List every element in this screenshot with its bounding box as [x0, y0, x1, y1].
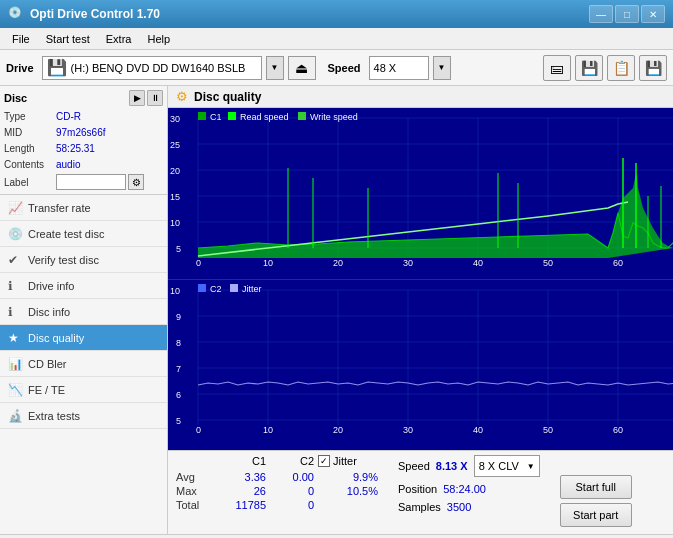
total-jitter — [318, 499, 378, 511]
position-row: Position 58:24.00 — [398, 483, 540, 495]
verify-test-disc-icon: ✔ — [8, 253, 22, 267]
chart1: 30 25 20 15 10 5 0 10 20 30 40 50 60 70 … — [168, 108, 673, 280]
svg-text:Read speed: Read speed — [240, 112, 289, 122]
close-button[interactable]: ✕ — [641, 5, 665, 23]
svg-text:C1: C1 — [210, 112, 222, 122]
sidebar-item-disc-info[interactable]: ℹDisc info — [0, 299, 167, 325]
max-label: Max — [176, 485, 212, 497]
svg-text:7: 7 — [176, 364, 181, 374]
drive-info-icon: ℹ — [8, 279, 22, 293]
avg-c2: 0.00 — [270, 471, 314, 483]
toolbar-btn-save[interactable]: 💾 — [639, 55, 667, 81]
col-c1-header: C1 — [216, 455, 266, 467]
svg-text:Write speed: Write speed — [310, 112, 358, 122]
jitter-checkbox-row[interactable]: ✓ Jitter — [318, 455, 357, 467]
jitter-label: Jitter — [333, 455, 357, 467]
svg-text:10: 10 — [170, 286, 180, 296]
cd-bler-label: CD Bler — [28, 358, 67, 370]
svg-text:8: 8 — [176, 338, 181, 348]
samples-row: Samples 3500 — [398, 501, 540, 513]
svg-text:25: 25 — [170, 140, 180, 150]
col-c2-header: C2 — [270, 455, 314, 467]
speed-value: 48 X — [374, 62, 397, 74]
speed-select[interactable]: 48 X — [369, 56, 429, 80]
chart2-svg: 10 9 8 7 6 20% 16% 12% 8% 4% 0 10 20 30 — [168, 280, 673, 435]
contents-label: Contents — [4, 158, 56, 172]
disc-icon-btn-2[interactable]: ⏸ — [147, 90, 163, 106]
sidebar-item-fe-te[interactable]: 📉FE / TE — [0, 377, 167, 403]
menu-start-test[interactable]: Start test — [38, 31, 98, 47]
speed-position-info: Speed 8.13 X 8 X CLV ▼ Position 58:24.00… — [398, 455, 540, 513]
speed-mode-select[interactable]: 8 X CLV ▼ — [474, 455, 540, 477]
start-full-button[interactable]: Start full — [560, 475, 632, 499]
drive-dropdown-button[interactable]: ▼ — [266, 56, 284, 80]
stats-controls: C1 C2 ✓ Jitter Avg 3.36 0.00 9.9% Max 26 — [168, 450, 673, 534]
minimize-button[interactable]: — — [589, 5, 613, 23]
sidebar-item-verify-test-disc[interactable]: ✔Verify test disc — [0, 247, 167, 273]
extra-tests-label: Extra tests — [28, 410, 80, 422]
maximize-button[interactable]: □ — [615, 5, 639, 23]
speed-mode-value: 8 X CLV — [479, 460, 519, 472]
svg-text:5: 5 — [176, 416, 181, 426]
label-action-btn[interactable]: ⚙ — [128, 174, 144, 190]
disc-quality-icon: ★ — [8, 331, 22, 345]
fe-te-icon: 📉 — [8, 383, 22, 397]
disc-info-icon: ℹ — [8, 305, 22, 319]
svg-text:15: 15 — [170, 192, 180, 202]
sidebar-item-create-test-disc[interactable]: 💿Create test disc — [0, 221, 167, 247]
sidebar-item-extra-tests[interactable]: 🔬Extra tests — [0, 403, 167, 429]
fe-te-label: FE / TE — [28, 384, 65, 396]
mid-value: 97m26s66f — [56, 126, 105, 140]
svg-text:20: 20 — [170, 166, 180, 176]
sidebar-item-cd-bler[interactable]: 📊CD Bler — [0, 351, 167, 377]
svg-text:Jitter: Jitter — [242, 284, 262, 294]
main-area: Disc ▶ ⏸ Type CD-R MID 97m26s66f Length … — [0, 86, 673, 534]
svg-rect-86 — [198, 284, 206, 292]
toolbar-btn-2[interactable]: 💾 — [575, 55, 603, 81]
sidebar-item-transfer-rate[interactable]: 📈Transfer rate — [0, 195, 167, 221]
drive-value: (H:) BENQ DVD DD DW1640 BSLB — [71, 62, 257, 74]
stats-header-row: C1 C2 ✓ Jitter — [176, 455, 378, 467]
start-part-button[interactable]: Start part — [560, 503, 632, 527]
length-label: Length — [4, 142, 56, 156]
contents-value: audio — [56, 158, 80, 172]
eject-button[interactable]: ⏏ — [288, 56, 316, 80]
disc-icon-btn-1[interactable]: ▶ — [129, 90, 145, 106]
stats-max-row: Max 26 0 10.5% — [176, 485, 378, 497]
menu-file[interactable]: File — [4, 31, 38, 47]
label-label: Label — [4, 177, 56, 188]
title-bar: 💿 Opti Drive Control 1.70 — □ ✕ — [0, 0, 673, 28]
svg-text:10: 10 — [170, 218, 180, 228]
menu-help[interactable]: Help — [139, 31, 178, 47]
svg-marker-36 — [198, 173, 673, 258]
cd-bler-icon: 📊 — [8, 357, 22, 371]
svg-text:50: 50 — [543, 425, 553, 435]
col-empty — [176, 455, 212, 467]
toolbar-btn-1[interactable]: 🖴 — [543, 55, 571, 81]
sidebar-menu: 📈Transfer rate💿Create test disc✔Verify t… — [0, 195, 167, 429]
sidebar-item-drive-info[interactable]: ℹDrive info — [0, 273, 167, 299]
disc-info-label: Disc info — [28, 306, 70, 318]
menu-bar: File Start test Extra Help — [0, 28, 673, 50]
svg-rect-41 — [298, 112, 306, 120]
max-jitter: 10.5% — [318, 485, 378, 497]
speed-dropdown-button[interactable]: ▼ — [433, 56, 451, 80]
sidebar-item-disc-quality[interactable]: ★Disc quality — [0, 325, 167, 351]
toolbar-btn-3[interactable]: 📋 — [607, 55, 635, 81]
svg-text:60: 60 — [613, 425, 623, 435]
jitter-checkbox[interactable]: ✓ — [318, 455, 330, 467]
chart1-svg: 30 25 20 15 10 5 0 10 20 30 40 50 60 70 … — [168, 108, 673, 268]
max-c2: 0 — [270, 485, 314, 497]
disc-quality-label: Disc quality — [28, 332, 84, 344]
drive-select[interactable]: 💾 (H:) BENQ DVD DD DW1640 BSLB — [42, 56, 262, 80]
disc-panel-title: Disc — [4, 92, 129, 104]
svg-rect-88 — [230, 284, 238, 292]
label-input[interactable] — [56, 174, 126, 190]
menu-extra[interactable]: Extra — [98, 31, 140, 47]
speed-label: Speed — [328, 62, 361, 74]
position-label: Position — [398, 483, 437, 495]
status-bar: Status window >> 100.0% 07:22 — [0, 534, 673, 538]
app-title: Opti Drive Control 1.70 — [30, 7, 589, 21]
svg-text:9: 9 — [176, 312, 181, 322]
avg-label: Avg — [176, 471, 212, 483]
